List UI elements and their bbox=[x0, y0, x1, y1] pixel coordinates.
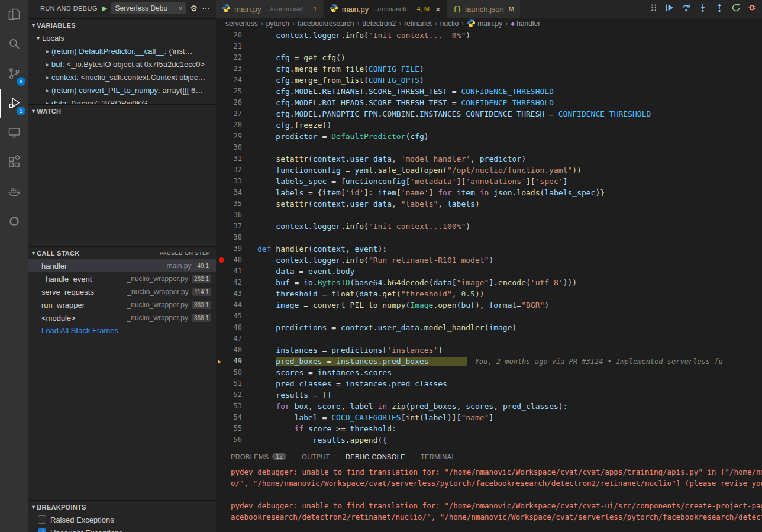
line-number[interactable]: 35 bbox=[216, 198, 242, 209]
line-number[interactable]: 30 bbox=[216, 142, 242, 153]
line-number[interactable]: 44 bbox=[216, 299, 242, 311]
panel-tab-problems[interactable]: PROBLEMS12 bbox=[231, 447, 286, 466]
line-number[interactable]: 45 bbox=[216, 311, 242, 322]
line-number[interactable]: 29 bbox=[216, 131, 242, 142]
stack-frame[interactable]: serve_requests_nuclio_wrapper.py114:1 bbox=[28, 285, 216, 298]
code-line: 47 bbox=[216, 333, 762, 344]
line-number[interactable]: 25 bbox=[216, 86, 242, 97]
editor-tab-1[interactable]: main.py.../siammask/...1 bbox=[216, 0, 324, 18]
line-number[interactable]: 52 bbox=[216, 389, 242, 401]
stack-frame[interactable]: run_wrapper_nuclio_wrapper.py360:1 bbox=[28, 298, 216, 311]
line-number[interactable]: 47 bbox=[216, 333, 242, 344]
breakpoint-option[interactable]: ✓Uncaught Exceptions bbox=[28, 526, 216, 532]
line-number[interactable]: 54 bbox=[216, 412, 242, 423]
more-actions-icon[interactable]: ⋯ bbox=[202, 4, 210, 13]
line-number[interactable]: 26 bbox=[216, 97, 242, 108]
debug-continue-button[interactable] bbox=[665, 3, 674, 14]
tab-decoration-badge: M bbox=[509, 5, 514, 12]
line-number[interactable]: 37 bbox=[216, 221, 242, 232]
line-number[interactable]: 34 bbox=[216, 187, 242, 198]
line-number[interactable]: 21 bbox=[216, 41, 242, 52]
activity-run-and-debug[interactable]: 1 bbox=[0, 89, 28, 118]
stack-frame[interactable]: _handle_event_nuclio_wrapper.py262:1 bbox=[28, 272, 216, 285]
breadcrumb-item[interactable]: main.py bbox=[467, 18, 502, 29]
breadcrumb-item[interactable]: pytorch bbox=[266, 20, 289, 28]
debug-step-out-button[interactable] bbox=[715, 3, 724, 14]
checkbox-unchecked[interactable]: ✓ bbox=[38, 515, 46, 524]
checkbox-checked[interactable]: ✓ bbox=[38, 528, 46, 532]
variable-row[interactable]: ▸buf: <_io.BytesIO object at 0x7f5a2dc1e… bbox=[28, 57, 216, 70]
panel-tab-debug-console[interactable]: DEBUG CONSOLE bbox=[346, 447, 405, 466]
line-number[interactable]: 36 bbox=[216, 209, 242, 221]
line-number[interactable]: 20 bbox=[216, 30, 242, 41]
panel-tab-output[interactable]: OUTPUT bbox=[302, 447, 330, 466]
debug-restart-button[interactable] bbox=[731, 3, 741, 14]
editor-tab-3[interactable]: {}launch.jsonM bbox=[447, 0, 521, 18]
debug-start-button[interactable]: ▶ bbox=[102, 4, 107, 12]
breakpoints-section-header[interactable]: ▾ BREAKPOINTS bbox=[28, 500, 216, 513]
variable-row[interactable]: ▸(return) DefaultPredictor.__call__: {'i… bbox=[28, 44, 216, 57]
stack-frame[interactable]: handlermain.py49:1 bbox=[28, 259, 216, 272]
debug-config-dropdown[interactable]: Serverless Debu ∨ bbox=[111, 2, 186, 14]
grip-icon bbox=[650, 4, 658, 14]
step-over-icon bbox=[682, 3, 691, 14]
variable-row[interactable]: ▸context: <nuclio_sdk.context.Context ob… bbox=[28, 70, 216, 83]
line-number[interactable]: 43 bbox=[216, 288, 242, 299]
line-number[interactable]: 41 bbox=[216, 266, 242, 277]
line-number[interactable]: 53 bbox=[216, 401, 242, 412]
line-number[interactable]: 56 bbox=[216, 434, 242, 446]
code-line: 36 bbox=[216, 209, 762, 221]
activity-explorer[interactable] bbox=[0, 0, 28, 30]
line-number[interactable]: 38 bbox=[216, 232, 242, 243]
activity-extensions[interactable] bbox=[0, 148, 28, 178]
scope-locals[interactable]: ▾ Locals bbox=[28, 31, 216, 44]
line-number[interactable]: 32 bbox=[216, 165, 242, 176]
frame-name: serve_requests bbox=[41, 288, 94, 296]
gear-icon[interactable]: ⚙ bbox=[190, 4, 198, 13]
line-number[interactable]: 39 bbox=[216, 243, 242, 254]
line-number[interactable]: 27 bbox=[216, 108, 242, 120]
activity-tool-circle[interactable] bbox=[0, 207, 28, 237]
code-line: 25 cfg.MODEL.RETINANET.SCORE_THRESH_TEST… bbox=[216, 86, 762, 97]
call-stack-section-header[interactable]: ▾ CALL STACK PAUSED ON STEP bbox=[28, 246, 216, 259]
line-number[interactable]: 48 bbox=[216, 344, 242, 356]
breakpoint-icon[interactable] bbox=[219, 257, 224, 263]
breadcrumb-item[interactable]: nuclio bbox=[440, 20, 459, 28]
line-number[interactable]: 22 bbox=[216, 52, 242, 63]
debug-grip-button[interactable] bbox=[650, 4, 658, 14]
line-number[interactable]: 46 bbox=[216, 322, 242, 333]
line-number[interactable]: 31 bbox=[216, 153, 242, 165]
activity-docker[interactable] bbox=[0, 178, 28, 207]
stack-frame[interactable]: <module>_nuclio_wrapper.py366:1 bbox=[28, 311, 216, 324]
breadcrumb-item[interactable]: detectron2 bbox=[362, 20, 396, 28]
breadcrumb-label: main.py bbox=[477, 20, 502, 28]
breadcrumb-item[interactable]: serverless bbox=[225, 20, 258, 28]
breadcrumb-item[interactable]: retinanet bbox=[404, 20, 432, 28]
variables-section-header[interactable]: ▾ VARIABLES bbox=[28, 18, 216, 31]
editor-tab-2[interactable]: main.py.../retinanet/...4, M× bbox=[324, 0, 447, 18]
debug-step-over-button[interactable] bbox=[682, 3, 691, 14]
activity-source-control[interactable]: 8 bbox=[0, 59, 28, 89]
activity-search[interactable] bbox=[0, 30, 28, 59]
chevron-expanded-icon: ▾ bbox=[32, 250, 35, 256]
breadcrumb-item[interactable]: ◆handler bbox=[511, 20, 540, 28]
line-number[interactable]: 28 bbox=[216, 120, 242, 131]
debug-step-into-button[interactable] bbox=[698, 3, 708, 14]
load-all-stack-frames-link[interactable]: Load All Stack Frames bbox=[28, 324, 216, 336]
line-number[interactable]: 50 bbox=[216, 367, 242, 378]
line-number[interactable]: 23 bbox=[216, 63, 242, 75]
watch-section-header[interactable]: ▾ WATCH bbox=[28, 104, 216, 117]
line-number[interactable]: 42 bbox=[216, 277, 242, 288]
breadcrumb-item[interactable]: facebookresearch bbox=[298, 20, 354, 28]
line-number[interactable]: 51 bbox=[216, 378, 242, 389]
debug-disconnect-button[interactable] bbox=[748, 3, 757, 14]
close-icon[interactable]: × bbox=[435, 4, 441, 14]
line-number[interactable]: 55 bbox=[216, 423, 242, 434]
line-number[interactable]: 33 bbox=[216, 176, 242, 187]
panel-tab-terminal[interactable]: TERMINAL bbox=[421, 447, 456, 466]
line-number[interactable]: 24 bbox=[216, 75, 242, 86]
breakpoint-option[interactable]: ✓Raised Exceptions bbox=[28, 513, 216, 526]
activity-remote-explorer[interactable] bbox=[0, 118, 28, 148]
frame-position-badge: 114:1 bbox=[192, 288, 211, 296]
variable-row[interactable]: ▸(return) convert_PIL_to_numpy: array([[… bbox=[28, 83, 216, 96]
